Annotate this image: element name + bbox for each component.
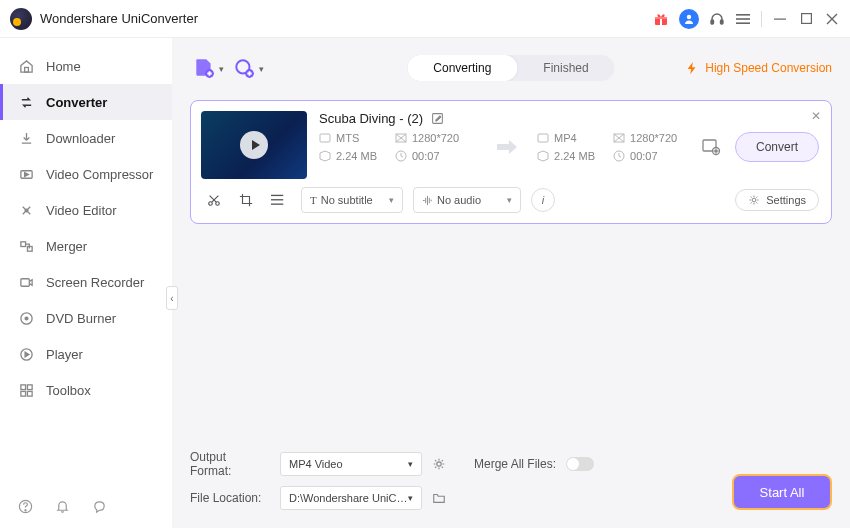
svg-point-38 [715,150,717,152]
svg-point-18 [25,317,28,320]
sidebar-item-label: Home [46,59,81,74]
sidebar-item-label: Toolbox [46,383,91,398]
sidebar-item-downloader[interactable]: Downloader [0,120,172,156]
info-icon[interactable]: i [531,188,555,212]
sidebar-item-home[interactable]: Home [0,48,172,84]
effect-icon[interactable] [271,193,285,207]
svg-rect-33 [538,134,548,142]
menu-icon[interactable] [735,11,751,27]
svg-point-44 [752,198,756,202]
source-meta: MTS 1280*720 2.24 MB 00:07 [319,132,477,162]
add-file-button[interactable]: ▾ [190,54,218,82]
avatar-icon[interactable] [679,9,699,29]
sidebar-item-player[interactable]: Player [0,336,172,372]
sidebar-item-label: DVD Burner [46,311,116,326]
tab-converting[interactable]: Converting [407,55,517,81]
sidebar: Home Converter Downloader Video Compress… [0,38,172,528]
crop-icon[interactable] [239,193,253,207]
status-tabs: Converting Finished [407,55,614,81]
convert-button[interactable]: Convert [735,132,819,162]
sidebar-bottom [0,485,172,528]
sidebar-item-merger[interactable]: Merger [0,228,172,264]
home-icon [18,58,34,74]
svg-rect-11 [24,67,28,72]
svg-point-40 [216,202,220,206]
arrow-icon [497,140,517,154]
feedback-icon[interactable] [92,499,107,514]
content-area: ‹ ▾ ▾ Converting Finished High Speed Con… [172,38,850,528]
sidebar-item-label: Video Editor [46,203,117,218]
sidebar-item-recorder[interactable]: Screen Recorder [0,264,172,300]
sidebar-item-label: Downloader [46,131,115,146]
edit-title-icon[interactable] [431,112,444,125]
bell-icon[interactable] [55,499,70,514]
svg-rect-43 [271,204,283,205]
sidebar-collapse-handle[interactable]: ‹ [166,286,178,310]
video-thumbnail[interactable] [201,111,307,179]
svg-rect-41 [271,195,283,196]
sidebar-item-label: Merger [46,239,87,254]
start-all-button[interactable]: Start All [732,474,832,510]
compressor-icon [18,166,34,182]
file-settings-button[interactable]: Settings [735,189,819,211]
output-settings-icon[interactable] [701,137,721,157]
recorder-icon [18,274,34,290]
help-icon[interactable] [18,499,33,514]
trim-icon[interactable] [207,193,221,207]
output-format-select[interactable]: MP4 Video▾ [280,452,422,476]
sidebar-item-label: Video Compressor [46,167,153,182]
svg-rect-30 [320,134,330,142]
merge-toggle[interactable] [566,457,594,471]
svg-rect-20 [20,384,25,389]
sidebar-item-converter[interactable]: Converter [0,84,172,120]
output-format-label: Output Format: [190,450,270,478]
play-icon [240,131,268,159]
toolbar-row: ▾ ▾ Converting Finished High Speed Conve… [190,48,832,88]
high-speed-button[interactable]: High Speed Conversion [685,61,832,75]
titlebar-controls [653,9,840,29]
merger-icon [18,238,34,254]
file-title: Scuba Diving - (2) [319,111,423,126]
remove-file-button[interactable]: ✕ [811,109,821,123]
open-folder-icon[interactable] [432,491,446,505]
edit-tools [201,193,291,207]
svg-point-45 [437,462,441,466]
svg-rect-23 [27,391,32,396]
audio-select[interactable]: No audio ▾ [413,187,521,213]
sidebar-item-compressor[interactable]: Video Compressor [0,156,172,192]
burner-icon [18,310,34,326]
svg-rect-16 [20,278,28,286]
file-location-select[interactable]: D:\Wondershare UniConverter▾ [280,486,422,510]
format-settings-icon[interactable] [432,457,446,471]
svg-point-13 [25,209,28,212]
svg-rect-42 [271,199,283,200]
target-meta: MP4 1280*720 2.24 MB 00:07 [537,132,695,162]
gift-icon[interactable] [653,11,669,27]
toolbox-icon [18,382,34,398]
svg-rect-4 [711,20,714,24]
svg-rect-14 [20,241,25,246]
headset-icon[interactable] [709,11,725,27]
high-speed-label: High Speed Conversion [705,61,832,75]
titlebar: Wondershare UniConverter [0,0,850,38]
tab-finished[interactable]: Finished [517,55,614,81]
converter-icon [18,94,34,110]
merge-label: Merge All Files: [474,457,556,471]
sidebar-item-label: Converter [46,95,107,110]
add-folder-button[interactable]: ▾ [230,54,258,82]
svg-rect-21 [27,384,32,389]
svg-rect-6 [736,14,750,16]
sidebar-item-label: Player [46,347,83,362]
app-title: Wondershare UniConverter [40,11,653,26]
sidebar-item-toolbox[interactable]: Toolbox [0,372,172,408]
svg-rect-9 [774,18,786,19]
sidebar-item-editor[interactable]: Video Editor [0,192,172,228]
minimize-icon[interactable] [772,11,788,27]
sidebar-item-burner[interactable]: DVD Burner [0,300,172,336]
file-location-label: File Location: [190,491,270,505]
close-icon[interactable] [824,11,840,27]
svg-rect-2 [655,17,667,19]
maximize-icon[interactable] [798,11,814,27]
app-logo [10,8,32,30]
subtitle-select[interactable]: TNo subtitle ▾ [301,187,403,213]
